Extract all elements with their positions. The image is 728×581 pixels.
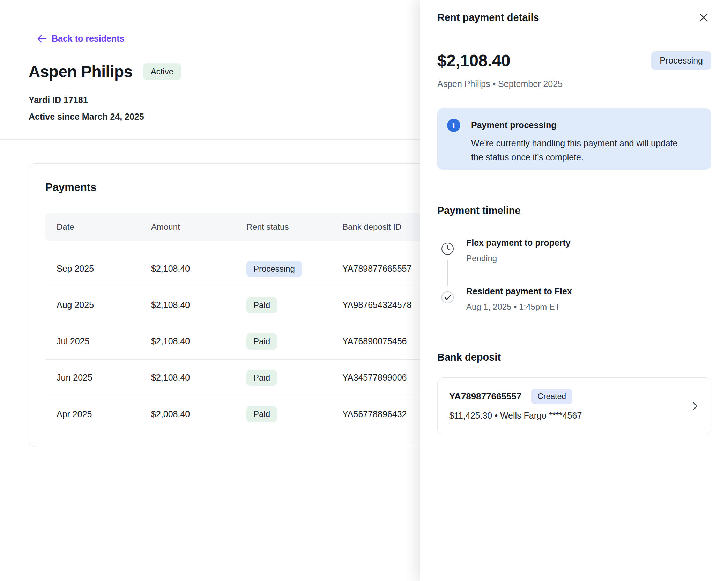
timeline-connector [447,260,448,286]
resident-name: Aspen Philips [29,62,133,81]
active-since: Active since March 24, 2025 [29,112,144,122]
column-header-rent-status: Rent status [246,222,342,232]
cell-status: Paid [246,370,342,386]
notice-title: Payment processing [471,120,557,130]
resident-header: Aspen Philips Active [29,62,181,81]
payments-title: Payments [45,181,96,194]
cell-amount: $2,008.40 [151,409,246,419]
cell-date: Aug 2025 [57,300,151,310]
deposit-id-row: YA789877665557 Created [449,389,572,404]
payment-status-badge: Processing [651,51,711,70]
bank-deposit-title: Bank deposit [437,352,501,363]
timeline-item-subtitle: Aug 1, 2025 • 1:45pm ET [466,302,560,312]
deposit-id: YA789877665557 [449,391,521,402]
status-badge: Paid [246,333,277,350]
back-to-residents-link[interactable]: Back to residents [37,34,124,44]
cell-status: Paid [246,333,342,350]
check-circle-icon [441,291,454,304]
close-icon[interactable] [696,10,711,25]
resident-status-badge: Active [143,63,181,80]
cell-amount: $2,108.40 [151,373,246,383]
column-header-date: Date [57,222,151,232]
deposit-status-badge: Created [531,389,572,404]
status-badge: Paid [246,297,277,313]
cell-date: Jun 2025 [57,373,151,383]
rent-payment-details-panel: Rent payment details $2,108.40 Processin… [420,0,728,581]
timeline-item-title: Resident payment to Flex [466,286,572,296]
chevron-right-icon [691,399,700,414]
cell-amount: $2,108.40 [151,264,246,274]
cell-status: Processing [246,261,342,277]
panel-title: Rent payment details [437,12,539,23]
timeline-item-title: Flex payment to property [466,238,571,248]
status-badge: Paid [246,406,277,422]
payment-amount-row: $2,108.40 Processing [437,51,711,70]
info-icon: i [447,119,460,132]
panel-header: Rent payment details [437,10,711,25]
timeline-item-subtitle: Pending [466,253,497,263]
column-header-amount: Amount [151,222,246,232]
notice-body: We’re currently handling this payment an… [471,136,688,164]
back-link-label: Back to residents [52,34,124,44]
status-badge: Processing [246,261,302,277]
cell-status: Paid [246,297,342,313]
cell-amount: $2,108.40 [151,336,246,346]
cell-date: Apr 2025 [57,409,151,419]
cell-date: Sep 2025 [57,264,151,274]
processing-notice: i Payment processing We’re currently han… [437,108,711,170]
status-badge: Paid [246,370,277,386]
payment-amount: $2,108.40 [437,51,510,70]
clock-icon [441,242,454,255]
cell-amount: $2,108.40 [151,300,246,310]
payment-timeline-title: Payment timeline [437,205,521,216]
arrow-left-icon [37,35,47,43]
bank-deposit-card[interactable]: YA789877665557 Created $11,425.30 • Well… [437,377,711,434]
deposit-details: $11,425.30 • Wells Fargo ****4567 [449,411,582,421]
payment-subtitle: Aspen Philips • September 2025 [437,79,563,89]
cell-status: Paid [246,406,342,422]
cell-date: Jul 2025 [57,336,151,346]
yardi-id: Yardi ID 17181 [29,95,88,105]
